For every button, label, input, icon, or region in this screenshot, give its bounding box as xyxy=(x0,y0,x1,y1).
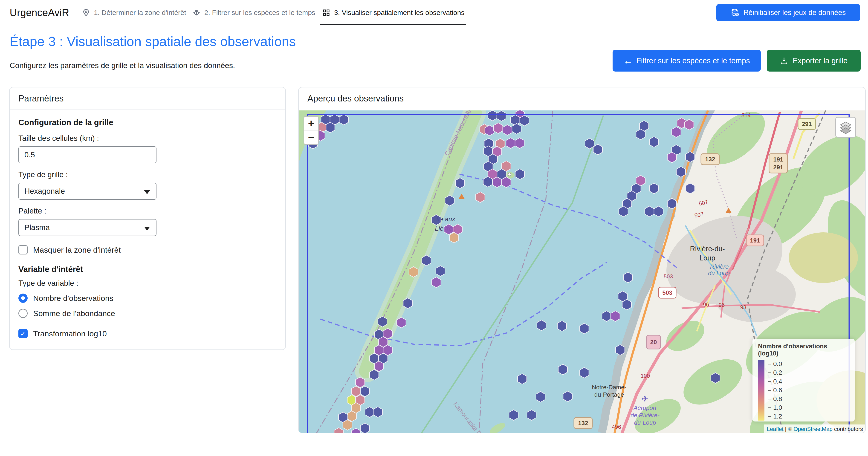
hex-cell xyxy=(409,267,418,277)
cell-size-label: Taille des cellules (km) : xyxy=(19,134,277,143)
zoom-in-button[interactable]: + xyxy=(304,117,318,130)
hex-cell xyxy=(558,364,567,375)
observations-panel: Aperçu des observations Capitale-Nationa… xyxy=(298,87,866,433)
cell-size-value: 0.5 xyxy=(24,151,35,159)
map-label: 100 xyxy=(641,373,650,379)
road-shield-label: 132 xyxy=(578,420,588,427)
export-grid-label: Exporter la grille xyxy=(793,56,847,65)
road-shield-label: 191 xyxy=(773,156,783,163)
hex-cell xyxy=(492,177,502,188)
radio-observations[interactable] xyxy=(19,294,28,303)
back-to-filter-label: Filtrer sur les espèces et le temps xyxy=(636,56,750,65)
map-label: 496 xyxy=(612,424,621,430)
map-zoom-control: + − xyxy=(304,116,319,145)
log10-checkbox[interactable]: ✓ xyxy=(19,329,28,338)
map-label: Notre-Dame- xyxy=(592,384,626,391)
map-label: 96 xyxy=(703,301,709,307)
hex-cell xyxy=(654,206,663,217)
hex-cell xyxy=(485,125,494,136)
road-shield-label: 191 xyxy=(750,237,760,244)
map-circle xyxy=(508,173,511,176)
hex-cell xyxy=(623,272,632,283)
grid-type-label: Type de grille : xyxy=(19,170,277,179)
hex-cell xyxy=(520,115,529,126)
mask-zone-label: Masquer la zone d'intérêt xyxy=(33,246,121,255)
radio-row-abondance[interactable]: Somme de l'abondance xyxy=(19,309,277,318)
hex-cell xyxy=(580,323,589,334)
mask-zone-checkbox-row[interactable]: Masquer la zone d'intérêt xyxy=(19,245,277,255)
tab-label: 3. Visualiser spatialement les observati… xyxy=(334,9,464,17)
attribution-suffix: contributors xyxy=(833,426,863,432)
osm-link[interactable]: OpenStreetMap xyxy=(794,426,833,432)
tab-visualiser[interactable]: 3. Visualiser spatialement les observati… xyxy=(322,0,464,25)
palette-select[interactable]: Plasma xyxy=(19,219,156,236)
back-to-filter-button[interactable]: ← Filtrer sur les espèces et le temps xyxy=(613,50,761,71)
hex-cell xyxy=(515,138,524,149)
mask-zone-checkbox[interactable] xyxy=(19,245,28,255)
legend-tick: 0.8 xyxy=(768,395,782,403)
hex-cell xyxy=(347,411,356,422)
hex-cell xyxy=(432,215,441,225)
hex-cell xyxy=(509,410,518,420)
parameters-title: Paramètres xyxy=(10,88,285,109)
tab-zone-interet[interactable]: 1. Déterminer la zone d'intérêt xyxy=(82,0,186,25)
hex-cell xyxy=(616,345,625,355)
parameters-panel: Paramètres Configuration de la grille Ta… xyxy=(9,87,286,350)
legend-gradient-bar xyxy=(758,360,765,421)
tab-label: 1. Déterminer la zone d'intérêt xyxy=(94,9,186,17)
layers-control[interactable] xyxy=(835,117,856,138)
hex-cell xyxy=(593,144,602,155)
map-label: ✈ xyxy=(642,394,648,403)
leaflet-link[interactable]: Leaflet xyxy=(767,426,783,432)
map-label: Rivière xyxy=(710,263,729,270)
top-navbar: UrgenceAviR 1. Déterminer la zone d'inté… xyxy=(0,0,868,25)
bug-icon xyxy=(192,8,201,17)
database-reset-icon xyxy=(731,8,739,17)
attribution-separator: | © xyxy=(783,426,794,432)
map-legend: Nombre d'observations (log10) 0.00.20.40… xyxy=(752,339,855,422)
hex-cell xyxy=(685,152,695,162)
hex-cell xyxy=(397,317,406,328)
log10-checkbox-row[interactable]: ✓ Transformation log10 xyxy=(19,329,277,338)
hex-cell xyxy=(506,138,515,149)
map-label: du Loup xyxy=(708,270,730,276)
tab-filtre-especes[interactable]: 2. Filtrer sur les espèces et le temps xyxy=(192,0,315,25)
hex-cell xyxy=(711,373,720,383)
grid-type-value: Hexagonale xyxy=(24,187,65,196)
hex-cell xyxy=(676,167,685,177)
hex-cell xyxy=(502,177,511,188)
hex-cell xyxy=(373,407,382,417)
hex-cell xyxy=(563,391,572,402)
map-label: 503 xyxy=(664,273,673,280)
cell-size-input[interactable]: 0.5 xyxy=(19,146,156,163)
tab-label: 2. Filtrer sur les espèces et le temps xyxy=(204,9,315,17)
road-shield-label: 503 xyxy=(662,289,672,296)
legend-title: Nombre d'observations (log10) xyxy=(758,343,849,357)
grid-type-select[interactable]: Hexagonale xyxy=(19,183,156,200)
hex-cell xyxy=(649,137,659,147)
hex-cell xyxy=(494,123,503,133)
hex-cell xyxy=(497,111,506,121)
hex-cell xyxy=(476,192,485,202)
hex-cell xyxy=(503,125,512,135)
hex-cell xyxy=(557,321,566,331)
radio-abondance[interactable] xyxy=(19,309,28,318)
hex-cell xyxy=(339,115,348,125)
legend-tick: 1.0 xyxy=(768,404,782,411)
pin-icon xyxy=(82,8,90,17)
variable-type-label: Type de variable : xyxy=(19,279,277,288)
road-shield-label: 291 xyxy=(773,164,783,171)
grid-config-section-title: Configuration de la grille xyxy=(19,118,277,127)
map-label: du-Portage xyxy=(594,391,624,398)
reset-datasets-button[interactable]: Réinitialiser les jeux de données xyxy=(716,4,860,21)
hex-cell xyxy=(518,373,527,384)
radio-row-observations[interactable]: Nombre d'observations xyxy=(19,294,277,303)
hex-cell xyxy=(436,266,445,276)
radio-abondance-label: Somme de l'abondance xyxy=(33,309,115,318)
map-label: Loup xyxy=(700,254,715,262)
zoom-out-button[interactable]: − xyxy=(304,130,318,144)
legend-tick: 1.2 xyxy=(768,413,782,420)
leaflet-map[interactable]: Capitale-NationaleKamouraska (MRC)Île au… xyxy=(299,110,866,433)
export-grid-button[interactable]: Exporter la grille xyxy=(767,50,861,71)
hex-cell xyxy=(445,195,454,206)
